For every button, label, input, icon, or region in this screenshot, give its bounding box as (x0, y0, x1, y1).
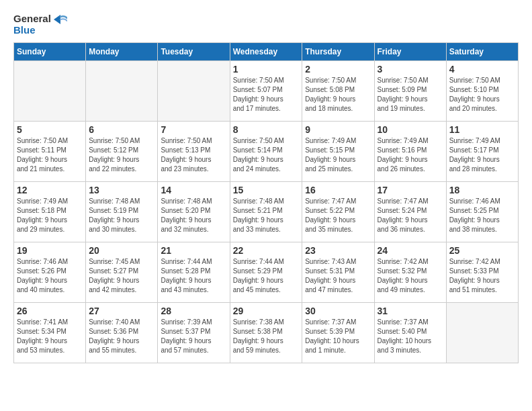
day-number: 22 (233, 245, 300, 256)
calendar-week-row: 1Sunrise: 7:50 AM Sunset: 5:07 PM Daylig… (14, 61, 519, 122)
calendar-cell: 4Sunrise: 7:50 AM Sunset: 5:10 PM Daylig… (446, 61, 518, 122)
day-number: 17 (378, 185, 443, 195)
day-number: 9 (305, 124, 371, 135)
calendar-cell: 21Sunrise: 7:44 AM Sunset: 5:28 PM Dayli… (158, 242, 230, 303)
calendar-cell: 12Sunrise: 7:49 AM Sunset: 5:18 PM Dayli… (14, 182, 86, 242)
calendar-week-row: 26Sunrise: 7:41 AM Sunset: 5:34 PM Dayli… (14, 303, 519, 363)
calendar-cell: 22Sunrise: 7:44 AM Sunset: 5:29 PM Dayli… (230, 242, 302, 303)
day-number: 19 (17, 245, 83, 256)
calendar-cell: 6Sunrise: 7:50 AM Sunset: 5:12 PM Daylig… (86, 122, 158, 182)
calendar-cell: 7Sunrise: 7:50 AM Sunset: 5:13 PM Daylig… (158, 122, 230, 182)
calendar-header-thursday: Thursday (302, 43, 374, 61)
day-number: 8 (233, 124, 300, 135)
calendar-week-row: 19Sunrise: 7:46 AM Sunset: 5:26 PM Dayli… (14, 242, 519, 303)
page-header: General Blue (13, 13, 519, 36)
calendar-cell: 1Sunrise: 7:50 AM Sunset: 5:07 PM Daylig… (230, 61, 302, 122)
day-number: 6 (89, 124, 154, 135)
calendar-cell: 11Sunrise: 7:49 AM Sunset: 5:17 PM Dayli… (446, 122, 518, 182)
calendar-cell: 5Sunrise: 7:50 AM Sunset: 5:11 PM Daylig… (14, 122, 86, 182)
day-info: Sunrise: 7:42 AM Sunset: 5:33 PM Dayligh… (449, 257, 515, 295)
calendar-cell: 27Sunrise: 7:40 AM Sunset: 5:36 PM Dayli… (86, 303, 158, 363)
day-number: 21 (161, 245, 226, 256)
day-info: Sunrise: 7:49 AM Sunset: 5:18 PM Dayligh… (17, 197, 83, 234)
calendar-header-monday: Monday (86, 43, 158, 61)
calendar-week-row: 5Sunrise: 7:50 AM Sunset: 5:11 PM Daylig… (14, 122, 519, 182)
calendar-cell: 18Sunrise: 7:46 AM Sunset: 5:25 PM Dayli… (446, 182, 518, 242)
calendar-cell: 28Sunrise: 7:39 AM Sunset: 5:37 PM Dayli… (158, 303, 230, 363)
logo: General Blue (13, 13, 67, 36)
day-number: 12 (17, 185, 83, 195)
calendar-header-tuesday: Tuesday (158, 43, 230, 61)
day-info: Sunrise: 7:50 AM Sunset: 5:08 PM Dayligh… (305, 76, 371, 113)
day-number: 31 (378, 306, 443, 316)
calendar-cell: 3Sunrise: 7:50 AM Sunset: 5:09 PM Daylig… (374, 61, 446, 122)
day-info: Sunrise: 7:49 AM Sunset: 5:16 PM Dayligh… (378, 136, 443, 174)
day-number: 28 (161, 306, 226, 316)
day-number: 26 (17, 306, 83, 316)
day-number: 29 (233, 306, 300, 316)
day-number: 10 (378, 124, 443, 135)
calendar-cell: 10Sunrise: 7:49 AM Sunset: 5:16 PM Dayli… (374, 122, 446, 182)
calendar-cell: 23Sunrise: 7:43 AM Sunset: 5:31 PM Dayli… (302, 242, 374, 303)
day-info: Sunrise: 7:44 AM Sunset: 5:29 PM Dayligh… (233, 257, 300, 295)
day-info: Sunrise: 7:49 AM Sunset: 5:17 PM Dayligh… (449, 136, 515, 174)
day-info: Sunrise: 7:39 AM Sunset: 5:37 PM Dayligh… (161, 318, 226, 355)
day-number: 3 (378, 64, 443, 75)
day-info: Sunrise: 7:49 AM Sunset: 5:15 PM Dayligh… (305, 136, 371, 174)
calendar-header-row: SundayMondayTuesdayWednesdayThursdayFrid… (14, 43, 519, 61)
day-info: Sunrise: 7:50 AM Sunset: 5:11 PM Dayligh… (17, 136, 83, 174)
calendar-header-wednesday: Wednesday (230, 43, 302, 61)
logo-container: General Blue (13, 13, 67, 36)
day-info: Sunrise: 7:41 AM Sunset: 5:34 PM Dayligh… (17, 318, 83, 355)
calendar-cell: 13Sunrise: 7:48 AM Sunset: 5:19 PM Dayli… (86, 182, 158, 242)
calendar-cell: 15Sunrise: 7:48 AM Sunset: 5:21 PM Dayli… (230, 182, 302, 242)
day-info: Sunrise: 7:50 AM Sunset: 5:07 PM Dayligh… (233, 76, 300, 113)
calendar-cell: 25Sunrise: 7:42 AM Sunset: 5:33 PM Dayli… (446, 242, 518, 303)
calendar-cell (158, 61, 230, 122)
day-number: 25 (449, 245, 515, 256)
calendar-header-friday: Friday (374, 43, 446, 61)
day-info: Sunrise: 7:46 AM Sunset: 5:25 PM Dayligh… (449, 197, 515, 234)
calendar-cell: 16Sunrise: 7:47 AM Sunset: 5:22 PM Dayli… (302, 182, 374, 242)
day-number: 11 (449, 124, 515, 135)
day-info: Sunrise: 7:47 AM Sunset: 5:22 PM Dayligh… (305, 197, 371, 234)
day-info: Sunrise: 7:50 AM Sunset: 5:12 PM Dayligh… (89, 136, 154, 174)
day-info: Sunrise: 7:48 AM Sunset: 5:21 PM Dayligh… (233, 197, 300, 234)
calendar-cell: 24Sunrise: 7:42 AM Sunset: 5:32 PM Dayli… (374, 242, 446, 303)
calendar-cell: 31Sunrise: 7:37 AM Sunset: 5:40 PM Dayli… (374, 303, 446, 363)
day-number: 20 (89, 245, 154, 256)
day-info: Sunrise: 7:46 AM Sunset: 5:26 PM Dayligh… (17, 257, 83, 295)
day-info: Sunrise: 7:47 AM Sunset: 5:24 PM Dayligh… (378, 197, 443, 234)
calendar-header-saturday: Saturday (446, 43, 518, 61)
calendar-cell: 2Sunrise: 7:50 AM Sunset: 5:08 PM Daylig… (302, 61, 374, 122)
day-info: Sunrise: 7:50 AM Sunset: 5:10 PM Dayligh… (449, 76, 515, 113)
day-number: 4 (449, 64, 515, 75)
calendar-cell: 29Sunrise: 7:38 AM Sunset: 5:38 PM Dayli… (230, 303, 302, 363)
day-info: Sunrise: 7:48 AM Sunset: 5:20 PM Dayligh… (161, 197, 226, 234)
svg-marker-0 (54, 15, 60, 24)
calendar-cell (86, 61, 158, 122)
day-number: 16 (305, 185, 371, 195)
day-number: 15 (233, 185, 300, 195)
logo-text: General Blue (13, 13, 67, 36)
calendar-cell: 14Sunrise: 7:48 AM Sunset: 5:20 PM Dayli… (158, 182, 230, 242)
day-info: Sunrise: 7:40 AM Sunset: 5:36 PM Dayligh… (89, 318, 154, 355)
day-number: 18 (449, 185, 515, 195)
day-info: Sunrise: 7:50 AM Sunset: 5:09 PM Dayligh… (378, 76, 443, 113)
day-number: 24 (378, 245, 443, 256)
calendar-table: SundayMondayTuesdayWednesdayThursdayFrid… (13, 42, 519, 363)
calendar-cell: 19Sunrise: 7:46 AM Sunset: 5:26 PM Dayli… (14, 242, 86, 303)
day-info: Sunrise: 7:44 AM Sunset: 5:28 PM Dayligh… (161, 257, 226, 295)
day-info: Sunrise: 7:38 AM Sunset: 5:38 PM Dayligh… (233, 318, 300, 355)
day-number: 30 (305, 306, 371, 316)
day-info: Sunrise: 7:37 AM Sunset: 5:39 PM Dayligh… (305, 318, 371, 355)
calendar-header-sunday: Sunday (14, 43, 86, 61)
calendar-cell: 20Sunrise: 7:45 AM Sunset: 5:27 PM Dayli… (86, 242, 158, 303)
calendar-cell: 30Sunrise: 7:37 AM Sunset: 5:39 PM Dayli… (302, 303, 374, 363)
day-info: Sunrise: 7:43 AM Sunset: 5:31 PM Dayligh… (305, 257, 371, 295)
calendar-cell: 17Sunrise: 7:47 AM Sunset: 5:24 PM Dayli… (374, 182, 446, 242)
calendar-cell: 9Sunrise: 7:49 AM Sunset: 5:15 PM Daylig… (302, 122, 374, 182)
calendar-cell: 26Sunrise: 7:41 AM Sunset: 5:34 PM Dayli… (14, 303, 86, 363)
day-number: 14 (161, 185, 226, 195)
day-info: Sunrise: 7:50 AM Sunset: 5:14 PM Dayligh… (233, 136, 300, 174)
